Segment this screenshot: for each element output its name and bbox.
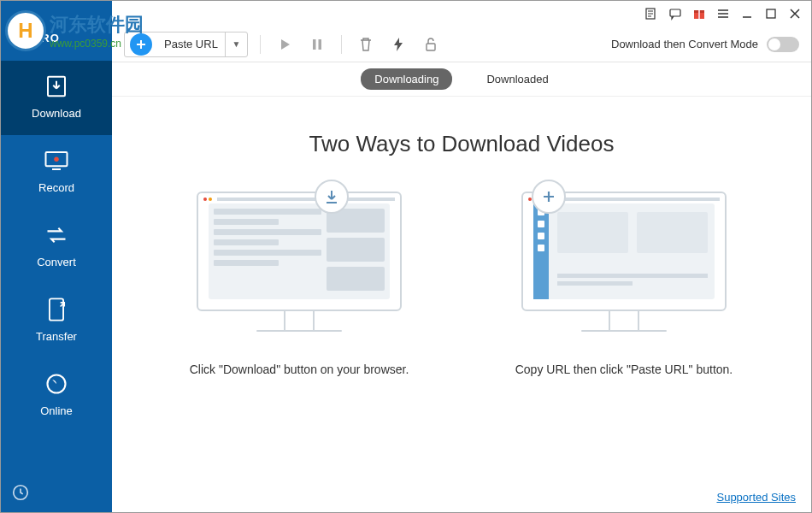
maximize-button[interactable]: [763, 6, 779, 21]
unlock-icon[interactable]: [419, 32, 443, 56]
feedback-icon[interactable]: [668, 6, 683, 21]
play-icon[interactable]: [273, 32, 297, 56]
sidebar-item-convert[interactable]: Convert: [1, 209, 112, 284]
svg-point-2: [54, 156, 59, 162]
lightning-icon[interactable]: [386, 32, 410, 56]
download-arrow-icon: [315, 180, 349, 214]
history-icon[interactable]: [11, 483, 30, 502]
sidebar-label: Record: [38, 181, 74, 194]
plus-badge-icon: [532, 180, 566, 214]
toolbar: Paste URL ▼ Download then Convert Mode: [112, 27, 811, 62]
svg-rect-10: [698, 10, 700, 19]
brand-logo: iD PRO: [16, 32, 60, 44]
gift-icon[interactable]: [691, 6, 707, 21]
sidebar-label: Download: [32, 107, 81, 120]
svg-rect-7: [670, 9, 680, 16]
sidebar-item-online[interactable]: Online: [1, 358, 112, 433]
sidebar-item-record[interactable]: Record: [1, 135, 112, 209]
minimize-button[interactable]: [739, 6, 755, 21]
sidebar-label: Online: [40, 404, 73, 417]
sidebar: iD PRO Download Record Convert Transfer: [1, 1, 112, 512]
download-icon: [43, 73, 70, 100]
way-paste-url: Copy URL then click "Paste URL" button.: [496, 192, 752, 379]
tab-downloading[interactable]: Downloading: [361, 68, 452, 90]
sidebar-item-download[interactable]: Download: [1, 61, 112, 135]
convert-mode-toggle[interactable]: [767, 37, 799, 52]
separator: [260, 35, 261, 54]
paste-url-label: Paste URL: [157, 38, 225, 50]
page-title: Two Ways to Download Videos: [309, 131, 615, 157]
sidebar-item-transfer[interactable]: Transfer: [1, 284, 112, 358]
supported-sites-link[interactable]: Supported Sites: [716, 491, 796, 504]
way-browser-download: Click "Download" button on your browser.: [171, 192, 427, 379]
tabs: Downloading Downloaded: [112, 62, 811, 97]
tab-downloaded[interactable]: Downloaded: [473, 68, 562, 90]
svg-rect-13: [318, 39, 321, 50]
content-area: Two Ways to Download Videos: [112, 97, 811, 512]
transfer-icon: [43, 296, 70, 323]
svg-rect-14: [427, 44, 435, 50]
menu-icon[interactable]: [715, 6, 731, 21]
convert-mode-label: Download then Convert Mode: [611, 38, 758, 50]
pause-icon[interactable]: [305, 32, 329, 56]
svg-rect-12: [313, 39, 316, 50]
trash-icon[interactable]: [354, 32, 378, 56]
way2-text: Copy URL then click "Paste URL" button.: [515, 361, 733, 379]
record-icon: [43, 147, 70, 174]
online-icon: [43, 370, 70, 398]
svg-rect-11: [767, 9, 775, 18]
plus-icon: [130, 33, 152, 56]
separator: [341, 35, 342, 54]
paste-url-dropdown[interactable]: ▼: [225, 32, 247, 57]
convert-icon: [43, 221, 70, 249]
notes-icon[interactable]: [644, 6, 659, 21]
close-button[interactable]: [787, 6, 803, 21]
sidebar-label: Convert: [37, 256, 76, 268]
way1-text: Click "Download" button on your browser.: [190, 361, 409, 379]
titlebar: [112, 1, 811, 27]
paste-url-button[interactable]: Paste URL ▼: [124, 32, 248, 57]
sidebar-label: Transfer: [36, 330, 77, 343]
